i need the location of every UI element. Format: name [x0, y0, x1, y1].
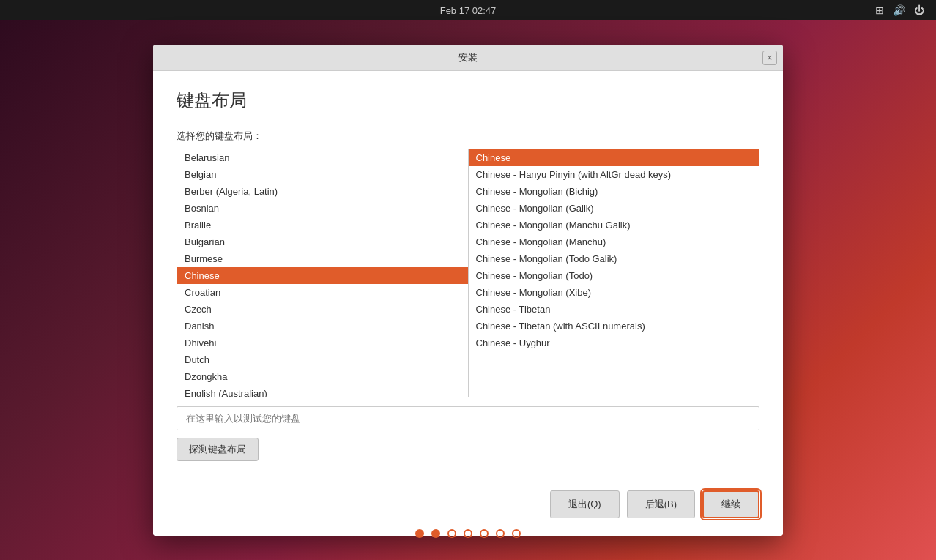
progress-dot — [512, 529, 521, 538]
list-item[interactable]: Chinese - Mongolian (Galik) — [469, 200, 759, 217]
page-title: 键盘布局 — [177, 89, 759, 112]
topbar: Feb 17 02:47 ⊞ 🔊 ⏻ — [0, 0, 936, 20]
list-item[interactable]: Belgian — [177, 166, 468, 183]
progress-dot — [496, 529, 505, 538]
install-dialog: 安装 × 键盘布局 选择您的键盘布局： BelarusianBelgianBer… — [153, 45, 783, 536]
volume-icon: 🔊 — [893, 4, 905, 16]
network-icon: ⊞ — [875, 4, 884, 16]
power-icon: ⏻ — [914, 4, 924, 16]
list-item[interactable]: Chinese — [177, 267, 468, 284]
list-item[interactable]: Braille — [177, 217, 468, 234]
list-item[interactable]: Bulgarian — [177, 234, 468, 250]
quit-button[interactable]: 退出(Q) — [550, 490, 620, 518]
list-item[interactable]: Czech — [177, 301, 468, 318]
list-item[interactable]: Chinese — [469, 149, 759, 166]
list-item[interactable]: Dhivehi — [177, 335, 468, 351]
close-button[interactable]: × — [762, 51, 777, 65]
progress-dot — [415, 529, 424, 538]
topbar-right-icons: ⊞ 🔊 ⏻ — [875, 4, 924, 16]
progress-dots — [415, 518, 521, 553]
list-item[interactable]: Chinese - Hanyu Pinyin (with AltGr dead … — [469, 166, 759, 183]
detect-keyboard-button[interactable]: 探测键盘布局 — [177, 438, 259, 461]
list-item[interactable]: Chinese - Mongolian (Manchu Galik) — [469, 217, 759, 234]
list-item[interactable]: Chinese - Uyghur — [469, 335, 759, 351]
list-item[interactable]: Chinese - Mongolian (Manchu) — [469, 234, 759, 250]
list-item[interactable]: Chinese - Tibetan — [469, 301, 759, 318]
dialog-content: 键盘布局 选择您的键盘布局： BelarusianBelgianBerber (… — [153, 71, 783, 479]
keyboard-test-input[interactable] — [177, 406, 759, 430]
progress-dot — [464, 529, 472, 538]
list-item[interactable]: Danish — [177, 318, 468, 335]
list-item[interactable]: Chinese - Mongolian (Xibe) — [469, 284, 759, 301]
list-item[interactable]: Dzongkha — [177, 368, 468, 385]
variant-list[interactable]: ChineseChinese - Hanyu Pinyin (with AltG… — [468, 149, 760, 397]
list-item[interactable]: English (Australian) — [177, 385, 468, 397]
list-item[interactable]: Dutch — [177, 351, 468, 368]
language-list[interactable]: BelarusianBelgianBerber (Algeria, Latin)… — [177, 149, 468, 397]
dialog-titlebar: 安装 × — [153, 45, 783, 71]
continue-button[interactable]: 继续 — [702, 490, 759, 518]
dialog-title: 安装 — [458, 51, 478, 64]
list-item[interactable]: Chinese - Mongolian (Todo Galik) — [469, 250, 759, 267]
back-button[interactable]: 后退(B) — [627, 490, 695, 518]
list-item[interactable]: Croatian — [177, 284, 468, 301]
keyboard-selection-label: 选择您的键盘布局： — [177, 130, 759, 143]
desktop: 安装 × 键盘布局 选择您的键盘布局： BelarusianBelgianBer… — [0, 20, 936, 560]
progress-dot — [431, 529, 440, 538]
list-item[interactable]: Burmese — [177, 250, 468, 267]
datetime-label: Feb 17 02:47 — [440, 5, 497, 16]
progress-dot — [480, 529, 489, 538]
list-item[interactable]: Chinese - Mongolian (Todo) — [469, 267, 759, 284]
list-item[interactable]: Belarusian — [177, 149, 468, 166]
list-item[interactable]: Chinese - Tibetan (with ASCII numerals) — [469, 318, 759, 335]
progress-dot — [447, 529, 456, 538]
list-item[interactable]: Bosnian — [177, 200, 468, 217]
keyboard-lists: BelarusianBelgianBerber (Algeria, Latin)… — [177, 149, 759, 397]
test-input-container — [177, 406, 759, 430]
list-item[interactable]: Chinese - Mongolian (Bichig) — [469, 183, 759, 200]
list-item[interactable]: Berber (Algeria, Latin) — [177, 183, 468, 200]
